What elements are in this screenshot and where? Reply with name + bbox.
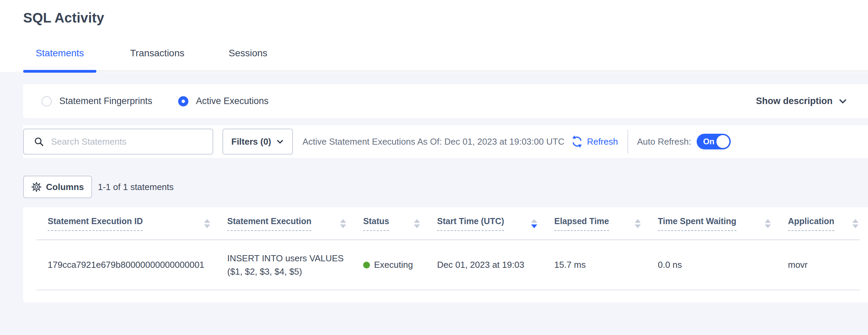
cell-statement[interactable]: INSERT INTO users VALUES ($1, $2, $3, $4… (227, 252, 363, 278)
column-header-statement-execution-id: Statement Execution ID (48, 216, 227, 231)
tab-transactions-label: Transactions (130, 48, 184, 73)
radio-statement-fingerprints-label: Statement Fingerprints (59, 96, 152, 106)
column-header-start-time: Start Time (UTC) (437, 216, 554, 231)
statements-table: Statement Execution ID Statement Executi… (36, 207, 860, 290)
column-header-label[interactable]: Statement Execution ID (48, 216, 143, 231)
cell-execution-id[interactable]: 179cca7921e679b80000000000000001 (48, 258, 227, 272)
column-header-label[interactable]: Elapsed Time (554, 216, 609, 231)
tab-transactions[interactable]: Transactions (130, 48, 184, 73)
column-header-label[interactable]: Start Time (UTC) (437, 216, 504, 231)
gear-icon (31, 182, 42, 192)
sort-toggle-icon[interactable] (414, 219, 420, 228)
sort-toggle-icon[interactable] (635, 219, 641, 228)
column-header-application: Application (788, 216, 860, 231)
column-header-label[interactable]: Application (788, 216, 834, 231)
column-header-status: Status (363, 216, 437, 231)
results-count: 1-1 of 1 statements (98, 182, 174, 192)
statements-table-card: Statement Execution ID Statement Executi… (23, 207, 868, 302)
page-title: SQL Activity (23, 10, 104, 26)
cell-elapsed-time: 15.7 ms (554, 258, 658, 272)
columns-button-label: Columns (46, 182, 84, 192)
refresh-label: Refresh (587, 136, 618, 147)
statements-toolbar: Filters (0) Active Statement Executions … (23, 125, 868, 158)
filters-button[interactable]: Filters (0) (222, 129, 293, 155)
tab-sessions[interactable]: Sessions (229, 48, 267, 73)
sql-activity-tabs: Statements Transactions Sessions (23, 48, 868, 73)
view-mode-bar: Statement Fingerprints Active Executions… (23, 84, 868, 118)
as-of-timestamp: Active Statement Executions As Of: Dec 0… (303, 136, 564, 147)
chevron-down-icon (838, 97, 848, 106)
column-header-label[interactable]: Statement Execution (227, 216, 311, 231)
refresh-icon (571, 135, 584, 148)
toggle-knob[interactable] (716, 135, 729, 148)
cell-application: movr (788, 258, 860, 272)
cell-time-spent-waiting: 0.0 ns (658, 258, 788, 272)
sort-toggle-icon-active-desc[interactable] (531, 219, 537, 228)
auto-refresh-toggle-state: On (703, 137, 714, 146)
column-header-statement-execution: Statement Execution (227, 216, 363, 231)
column-header-time-spent-waiting: Time Spent Waiting (658, 216, 788, 231)
column-header-label[interactable]: Status (363, 216, 389, 231)
tab-sessions-label: Sessions (229, 48, 267, 73)
sort-toggle-icon[interactable] (204, 219, 210, 228)
radio-active-executions-label: Active Executions (196, 96, 268, 106)
statement-line-1: INSERT INTO users VALUES (227, 252, 363, 265)
show-description-label: Show description (756, 96, 833, 106)
auto-refresh-toggle[interactable]: On (697, 134, 731, 149)
tab-statements[interactable]: Statements (23, 48, 96, 73)
radio-active-executions[interactable]: Active Executions (178, 96, 268, 106)
toolbar-divider (627, 130, 628, 154)
table-row[interactable]: 179cca7921e679b80000000000000001 INSERT … (36, 240, 860, 290)
search-icon (33, 136, 44, 147)
columns-button[interactable]: Columns (23, 176, 92, 198)
column-header-label[interactable]: Time Spent Waiting (658, 216, 737, 231)
table-controls-row: Columns 1-1 of 1 statements (23, 176, 174, 198)
status-dot (363, 262, 370, 268)
statement-line-2: ($1, $2, $3, $4, $5) (227, 265, 363, 278)
search-box[interactable] (23, 129, 213, 155)
radio-statement-fingerprints[interactable]: Statement Fingerprints (42, 96, 152, 106)
cell-status: Executing (363, 258, 437, 272)
filters-button-label: Filters (0) (231, 136, 271, 147)
chevron-down-icon (276, 137, 284, 146)
sort-toggle-icon[interactable] (340, 219, 346, 228)
sort-toggle-icon[interactable] (765, 219, 771, 228)
refresh-button[interactable]: Refresh (571, 135, 618, 148)
radio-active-executions-circle[interactable] (178, 96, 188, 106)
column-header-elapsed-time: Elapsed Time (554, 216, 658, 231)
active-tab-indicator (23, 70, 96, 73)
auto-refresh-label: Auto Refresh: (637, 136, 691, 147)
radio-statement-fingerprints-circle[interactable] (42, 96, 52, 106)
table-header-row: Statement Execution ID Statement Executi… (36, 207, 860, 240)
cell-start-time: Dec 01, 2023 at 19:03 (437, 258, 554, 272)
status-label: Executing (374, 258, 413, 272)
show-description-button[interactable]: Show description (756, 96, 848, 106)
view-mode-radio-group: Statement Fingerprints Active Executions (42, 96, 268, 106)
search-input[interactable] (51, 136, 206, 147)
tab-statements-label: Statements (36, 48, 84, 73)
sort-toggle-icon[interactable] (852, 219, 858, 228)
